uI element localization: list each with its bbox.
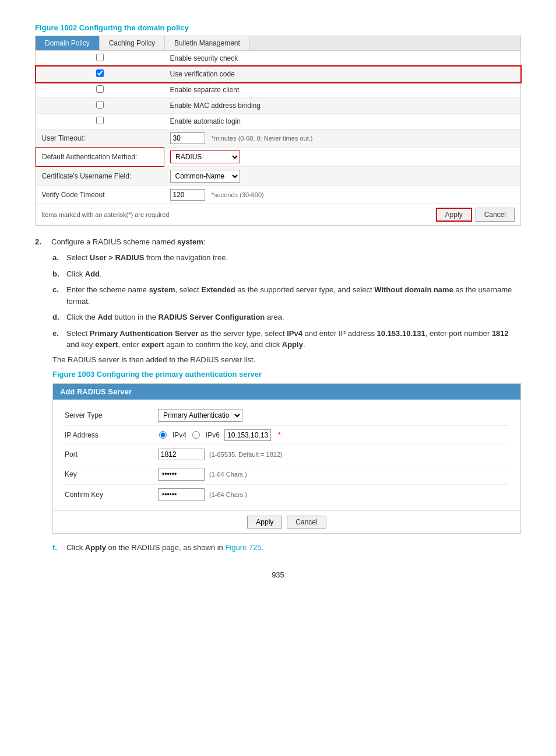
step-2: 2. Configure a RADIUS scheme named syste… <box>35 237 521 553</box>
form-footer: Items marked with an asterisk(*) are req… <box>36 204 520 225</box>
apply-button[interactable]: Apply <box>436 208 472 222</box>
enable-separate-client-label: Enable separate client <box>164 82 496 98</box>
use-verification-code-checkbox[interactable] <box>96 69 104 77</box>
default-auth-select[interactable]: RADIUS <box>170 150 240 163</box>
cert-username-label: Certificate's Username Field: <box>36 167 164 186</box>
sub-step-e: e. Select Primary Authentication Server … <box>52 328 521 351</box>
table-row: Certificate's Username Field: Common-Nam… <box>36 167 521 186</box>
radius-footer: Apply Cancel <box>53 510 520 533</box>
verify-timeout-hint: *seconds (30-600) <box>212 191 264 198</box>
sub-step-c: c. Enter the scheme name system, select … <box>52 284 521 307</box>
sub-label-d: d. <box>52 312 63 323</box>
radius-row-server-type: Server Type Primary Authenticatio <box>65 405 509 426</box>
enable-security-check-checkbox[interactable] <box>96 54 104 61</box>
checkbox-cell <box>36 82 164 98</box>
sub-content-f: Click Apply on the RADIUS page, as shown… <box>66 542 521 554</box>
confirm-key-label: Confirm Key <box>65 491 158 499</box>
page-number: 935 <box>35 570 521 579</box>
figure-1003-title: Figure 1003 Configuring the primary auth… <box>52 370 521 379</box>
checkbox-cell <box>36 114 164 130</box>
step-2-text: Configure a RADIUS scheme named system: <box>51 237 205 246</box>
verify-timeout-value: *seconds (30-600) <box>164 186 496 204</box>
tab-bulletin-management[interactable]: Bulletin Management <box>165 36 250 50</box>
ip-address-label: IP Address <box>65 431 158 439</box>
ipv4-radio[interactable] <box>159 431 167 439</box>
table-row-default-auth: Default Authentication Method: RADIUS <box>36 148 521 167</box>
radius-row-confirm-key: Confirm Key (1-64 Chars.) <box>65 485 509 505</box>
ip-address-input[interactable] <box>224 429 271 441</box>
table-row: Verify Code Timeout *seconds (30-600) <box>36 186 521 204</box>
radius-apply-button[interactable]: Apply <box>247 516 282 528</box>
default-auth-value: RADIUS <box>164 148 496 167</box>
table-row: Enable automatic login <box>36 114 521 130</box>
table-row: User Timeout: *minutes (0-60. 0: Never t… <box>36 130 521 148</box>
sub-content-a: Select User > RADIUS from the navigation… <box>66 252 521 264</box>
user-timeout-value: *minutes (0-60. 0: Never times out.) <box>164 130 496 148</box>
user-timeout-label: User Timeout: <box>36 130 164 148</box>
sub-content-e: Select Primary Authentication Server as … <box>66 328 521 351</box>
user-timeout-hint: *minutes (0-60. 0: Never times out.) <box>212 135 313 142</box>
enable-separate-client-checkbox[interactable] <box>96 85 104 93</box>
ipv4-label: IPv4 <box>173 431 186 439</box>
port-hint: (1-65535. Default = 1812) <box>209 451 283 458</box>
footer-note: Items marked with an asterisk(*) are req… <box>41 211 169 218</box>
sub-label-b: b. <box>52 268 63 280</box>
tab-domain-policy[interactable]: Domain Policy <box>36 36 100 50</box>
footer-buttons: Apply Cancel <box>436 208 515 222</box>
key-value: (1-64 Chars.) <box>158 468 247 481</box>
radius-row-port: Port (1-65535. Default = 1812) <box>65 445 509 464</box>
tab-caching-policy[interactable]: Caching Policy <box>100 36 165 50</box>
table-row: Use verification code <box>36 66 521 82</box>
domain-policy-form: Enable security check Use verification c… <box>36 51 520 204</box>
after-e-text: The RADIUS server is then added to the R… <box>52 355 521 364</box>
sub-step-d: d. Click the Add button in the RADIUS Se… <box>52 312 521 323</box>
sub-label-f: f. <box>52 542 63 554</box>
figure-1002-section: Figure 1002 Configuring the domain polic… <box>35 23 521 226</box>
server-type-value: Primary Authenticatio <box>158 409 242 422</box>
radius-row-ip: IP Address IPv4 IPv6 * <box>65 426 509 445</box>
port-value: (1-65535. Default = 1812) <box>158 449 283 460</box>
enable-mac-binding-label: Enable MAC address binding <box>164 98 496 114</box>
sub-step-a: a. Select User > RADIUS from the navigat… <box>52 252 521 264</box>
verify-timeout-label: Verify Code Timeout <box>36 186 164 204</box>
checkbox-cell <box>36 98 164 114</box>
enable-mac-binding-checkbox[interactable] <box>96 101 104 108</box>
figure-1003-section: Figure 1003 Configuring the primary auth… <box>52 370 521 534</box>
verify-timeout-input[interactable] <box>170 189 205 201</box>
sub-content-d: Click the Add button in the RADIUS Serve… <box>66 312 521 323</box>
radius-cancel-button[interactable]: Cancel <box>287 516 326 528</box>
step-2-label: 2. <box>35 237 47 246</box>
port-input[interactable] <box>158 449 205 460</box>
server-type-select[interactable]: Primary Authenticatio <box>158 409 242 422</box>
step-number-2: 2. Configure a RADIUS scheme named syste… <box>35 237 521 246</box>
confirm-key-input[interactable] <box>158 488 205 501</box>
figure-1002-title: Figure 1002 Configuring the domain polic… <box>35 23 521 32</box>
table-row: Enable security check <box>36 51 521 66</box>
enable-auto-login-checkbox[interactable] <box>96 117 104 124</box>
table-row: Enable separate client <box>36 82 521 98</box>
radius-panel-header: Add RADIUS Server <box>53 384 520 400</box>
radius-form: Server Type Primary Authenticatio IP Add… <box>53 400 520 510</box>
ip-address-value: IPv4 IPv6 * <box>158 429 281 441</box>
table-row: Enable MAC address binding <box>36 98 521 114</box>
enable-auto-login-label: Enable automatic login <box>164 114 496 130</box>
user-timeout-input[interactable] <box>170 132 205 144</box>
ipv6-label: IPv6 <box>206 431 220 439</box>
key-label: Key <box>65 470 158 478</box>
figure-725-link[interactable]: Figure 725 <box>225 543 261 552</box>
sub-step-b: b. Click Add. <box>52 268 521 280</box>
policy-tabs: Domain Policy Caching Policy Bulletin Ma… <box>36 36 520 51</box>
sub-label-c: c. <box>52 284 63 296</box>
radius-panel: Add RADIUS Server Server Type Primary Au… <box>52 383 521 534</box>
cancel-button[interactable]: Cancel <box>476 208 515 222</box>
cert-username-select[interactable]: Common-Name <box>170 170 240 183</box>
domain-policy-panel: Domain Policy Caching Policy Bulletin Ma… <box>35 36 521 226</box>
checkbox-cell <box>36 66 164 82</box>
sub-label-a: a. <box>52 252 63 264</box>
key-input[interactable] <box>158 468 205 481</box>
use-verification-code-label: Use verification code <box>164 66 496 82</box>
default-auth-label: Default Authentication Method: <box>36 148 164 167</box>
ipv6-radio[interactable] <box>192 431 200 439</box>
sub-step-f: f. Click Apply on the RADIUS page, as sh… <box>52 542 521 554</box>
cert-username-value: Common-Name <box>164 167 496 186</box>
